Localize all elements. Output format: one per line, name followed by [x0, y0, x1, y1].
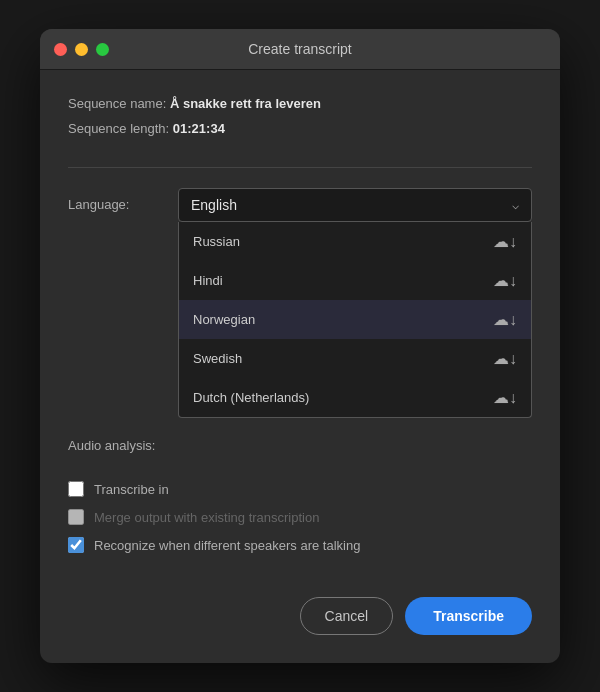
chevron-down-icon: ⌵	[512, 198, 519, 212]
checkbox-section: Transcribe in Merge output with existing…	[68, 481, 532, 553]
language-dropdown[interactable]: Russian ☁↓ Hindi ☁↓ Norwegian ☁↓ Swedish…	[178, 222, 532, 418]
transcribe-in-label: Transcribe in	[94, 482, 169, 497]
sequence-name-line: Sequence name: Å snakke rett fra leveren	[68, 94, 532, 114]
checkbox-row-merge-output: Merge output with existing transcription	[68, 509, 532, 525]
recognize-speakers-label: Recognize when different speakers are ta…	[94, 538, 360, 553]
dropdown-item-hindi[interactable]: Hindi ☁↓	[179, 261, 531, 300]
audio-analysis-row: Audio analysis:	[68, 438, 532, 453]
cancel-button[interactable]: Cancel	[300, 597, 394, 635]
download-icon-norwegian: ☁↓	[493, 310, 517, 329]
sequence-info: Sequence name: Å snakke rett fra leveren…	[68, 94, 532, 143]
language-option-norwegian: Norwegian	[193, 312, 255, 327]
sequence-name-label: Sequence name:	[68, 96, 166, 111]
create-transcript-dialog: Create transcript Sequence name: Å snakk…	[40, 29, 560, 663]
title-bar: Create transcript	[40, 29, 560, 70]
audio-analysis-label: Audio analysis:	[68, 438, 178, 453]
download-icon-hindi: ☁↓	[493, 271, 517, 290]
divider	[68, 167, 532, 168]
dropdown-item-swedish[interactable]: Swedish ☁↓	[179, 339, 531, 378]
dropdown-item-russian[interactable]: Russian ☁↓	[179, 222, 531, 261]
window-controls	[54, 43, 109, 56]
close-button[interactable]	[54, 43, 67, 56]
recognize-speakers-checkbox[interactable]	[68, 537, 84, 553]
download-icon-dutch: ☁↓	[493, 388, 517, 407]
checkbox-row-transcribe-in: Transcribe in	[68, 481, 532, 497]
transcribe-button[interactable]: Transcribe	[405, 597, 532, 635]
language-option-dutch: Dutch (Netherlands)	[193, 390, 309, 405]
language-row: Language: English ⌵ Russian ☁↓ Hindi ☁↓	[68, 188, 532, 222]
language-option-hindi: Hindi	[193, 273, 223, 288]
language-option-russian: Russian	[193, 234, 240, 249]
download-icon-swedish: ☁↓	[493, 349, 517, 368]
language-selected-value: English	[191, 197, 237, 213]
maximize-button[interactable]	[96, 43, 109, 56]
sequence-length-line: Sequence length: 01:21:34	[68, 119, 532, 139]
language-option-swedish: Swedish	[193, 351, 242, 366]
minimize-button[interactable]	[75, 43, 88, 56]
sequence-length-label: Sequence length:	[68, 121, 169, 136]
sequence-name-value: Å snakke rett fra leveren	[170, 96, 321, 111]
sequence-length-value: 01:21:34	[173, 121, 225, 136]
merge-output-checkbox[interactable]	[68, 509, 84, 525]
download-icon-russian: ☁↓	[493, 232, 517, 251]
dialog-footer: Cancel Transcribe	[40, 577, 560, 663]
dropdown-item-dutch[interactable]: Dutch (Netherlands) ☁↓	[179, 378, 531, 417]
language-label: Language:	[68, 188, 178, 212]
dialog-body: Sequence name: Å snakke rett fra leveren…	[40, 70, 560, 577]
checkbox-row-recognize-speakers: Recognize when different speakers are ta…	[68, 537, 532, 553]
transcribe-in-checkbox[interactable]	[68, 481, 84, 497]
language-select-button[interactable]: English ⌵	[178, 188, 532, 222]
language-control: English ⌵ Russian ☁↓ Hindi ☁↓ Norwegian	[178, 188, 532, 222]
dialog-title: Create transcript	[248, 41, 351, 57]
merge-output-label: Merge output with existing transcription	[94, 510, 319, 525]
dropdown-item-norwegian[interactable]: Norwegian ☁↓	[179, 300, 531, 339]
